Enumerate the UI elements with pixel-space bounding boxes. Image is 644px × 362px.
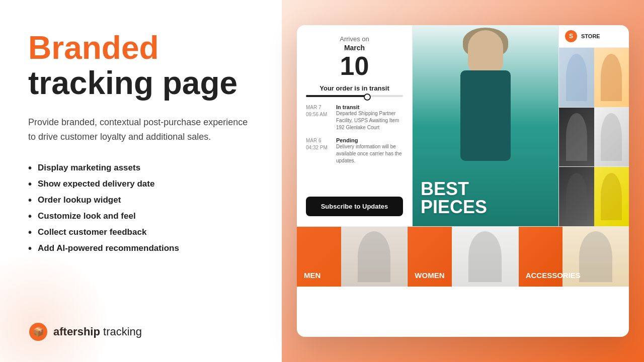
category-men: MEN <box>297 227 408 287</box>
hero-banner: BEST PIECES <box>413 25 558 226</box>
event-2: MAR 6 04:32 PM Pending Delivery informat… <box>306 137 403 164</box>
product-thumb-6 <box>594 167 629 226</box>
event-title-2: Pending <box>336 137 403 143</box>
product-row-2 <box>559 108 629 167</box>
men-figure <box>341 227 408 287</box>
event-date-1: MAR 7 09:56 AM <box>306 104 332 131</box>
product-thumb-4 <box>594 108 629 167</box>
event-1: MAR 7 09:56 AM In transit Departed Shipp… <box>306 104 403 131</box>
event-info-2: Pending Delivery information will be ava… <box>336 137 403 164</box>
transit-status: Your order is in transit <box>306 84 403 92</box>
product-row-1 <box>559 48 629 108</box>
list-item: Display marketing assets <box>28 160 254 176</box>
subscribe-button[interactable]: Subscribe to Updates <box>306 197 403 216</box>
hero-line2: PIECES <box>421 198 487 216</box>
hero-text: BEST PIECES <box>421 180 487 216</box>
event-desc-2: Delivery information will be available o… <box>336 143 403 164</box>
body <box>460 70 511 161</box>
list-item: Show expected delivery date <box>28 176 254 192</box>
list-item: Order lookup widget <box>28 192 254 208</box>
list-item: Customize look and feel <box>28 208 254 224</box>
store-badge: S <box>565 30 577 42</box>
category-women: WOMEN <box>408 227 518 287</box>
list-item: Collect customer feedback <box>28 224 254 240</box>
subtitle: Provide branded, contextual post-purchas… <box>28 115 250 144</box>
women-figure <box>452 227 518 287</box>
store-label: STORE <box>581 33 600 39</box>
category-accessories-label: ACCESSORIES <box>526 271 581 280</box>
progress-bar <box>306 95 403 97</box>
progress-fill <box>306 95 369 97</box>
left-panel: Branded tracking page Provide branded, c… <box>0 0 282 362</box>
head <box>468 30 503 75</box>
mock-ui-card: Arrives on March 10 Your order is in tra… <box>297 25 629 337</box>
arrives-on-label: Arrives on <box>306 35 403 43</box>
tracking-widget: Arrives on March 10 Your order is in tra… <box>297 25 413 226</box>
product-thumb-2 <box>594 48 629 107</box>
tracking-events: MAR 7 09:56 AM In transit Departed Shipp… <box>306 104 403 192</box>
month-label: March <box>306 44 403 52</box>
tracking-page-text: tracking page <box>28 65 254 101</box>
category-women-label: WOMEN <box>415 271 444 280</box>
product-thumb-1 <box>559 48 594 107</box>
product-thumb-5 <box>559 167 594 226</box>
categories-row: MEN WOMEN ACCESSORIES <box>297 226 629 287</box>
event-desc-1: Departed Shipping Partner Facility, USPS… <box>336 110 403 131</box>
right-panel: Arrives on March 10 Your order is in tra… <box>282 0 644 362</box>
headline: Branded tracking page <box>28 30 254 101</box>
category-men-label: MEN <box>304 271 320 280</box>
list-item: Add AI-powered recommendations <box>28 240 254 256</box>
product-thumb-3 <box>559 108 594 167</box>
mock-top: Arrives on March 10 Your order is in tra… <box>297 25 629 226</box>
product-grid <box>559 48 629 226</box>
hero-line1: BEST <box>421 180 487 198</box>
category-accessories: ACCESSORIES <box>519 227 629 287</box>
product-row-3 <box>559 167 629 226</box>
store-column: S STORE <box>558 25 629 226</box>
branded-text: Branded <box>28 30 254 65</box>
features-list: Display marketing assets Show expected d… <box>28 160 254 256</box>
store-header: S STORE <box>559 25 629 48</box>
day-number: 10 <box>306 52 403 80</box>
event-date-2: MAR 6 04:32 PM <box>306 137 332 164</box>
event-title-1: In transit <box>336 104 403 110</box>
event-info-1: In transit Departed Shipping Partner Fac… <box>336 104 403 131</box>
